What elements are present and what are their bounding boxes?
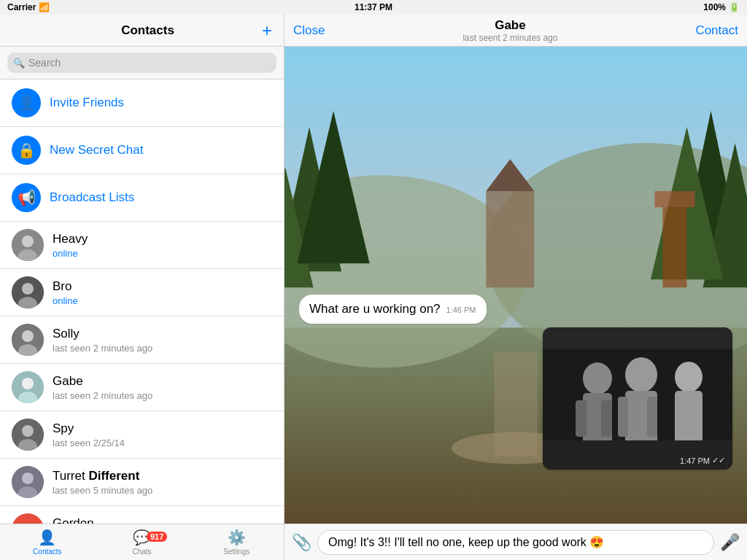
contacts-title: Contacts: [34, 23, 262, 38]
svg-rect-48: [543, 440, 732, 470]
photo-image: [543, 327, 732, 470]
chats-tab-label: Chats: [132, 548, 151, 556]
contact-name-turret: Turret Different: [53, 469, 272, 483]
contact-status-gabe: last seen 2 minutes ago: [53, 390, 272, 401]
carrier-info: Carrier 📶: [7, 2, 50, 12]
close-button[interactable]: Close: [293, 23, 325, 38]
contact-item-turret[interactable]: Turret Different last seen 5 minutes ago: [0, 459, 284, 506]
avatar-turret: [12, 466, 44, 498]
battery-icon: 🔋: [729, 2, 740, 12]
contacts-header: Contacts +: [0, 15, 284, 47]
tab-bar: 👤 Contacts 💬 Chats 917 ⚙️ Settings: [0, 524, 284, 560]
contact-name-bro: Bro: [53, 279, 272, 294]
broadcast-lists-item[interactable]: 📢 Broadcast Lists: [0, 174, 284, 222]
new-secret-chat-item[interactable]: 🔒 New Secret Chat: [0, 127, 284, 174]
tab-contacts[interactable]: 👤 Contacts: [0, 529, 95, 556]
message-input[interactable]: [317, 530, 714, 555]
photo-content: 1:47 PM ✓✓: [543, 327, 732, 470]
tab-settings[interactable]: ⚙️ Settings: [189, 529, 284, 556]
svg-point-42: [625, 357, 657, 392]
contact-item-spy[interactable]: Spy last seen 2/25/14: [0, 411, 284, 459]
contact-status-turret: last seen 5 minutes ago: [53, 485, 272, 496]
contact-info-gordon: Gordon last seen 10/10/07: [53, 516, 272, 524]
chat-header: Close Gabe last seent 2 minutes ago Cont…: [285, 15, 747, 47]
search-container: 🔍 Search: [0, 47, 284, 79]
avatar-solly: [12, 324, 44, 356]
svg-point-38: [583, 362, 612, 394]
contact-name-spy: Spy: [53, 421, 272, 436]
search-bar[interactable]: 🔍 Search: [7, 52, 276, 73]
contact-info-gabe: Gabe last seen 2 minutes ago: [53, 374, 272, 401]
svg-rect-31: [486, 191, 534, 287]
main-layout: Contacts + 🔍 Search 👤 Invite Friends 🔒 N…: [0, 15, 747, 560]
invite-friends-label: Invite Friends: [50, 96, 124, 110]
message-incoming: What are u working on? 1:46 PM: [299, 295, 487, 324]
mic-button[interactable]: 🎤: [720, 533, 740, 552]
carrier-label: Carrier: [7, 2, 36, 12]
contact-info-solly: Solly last seen 2 minutes ago: [53, 327, 272, 354]
right-panel: Close Gabe last seent 2 minutes ago Cont…: [285, 15, 747, 560]
contact-status-heavy: online: [53, 248, 272, 259]
chat-status: last seent 2 minutes ago: [462, 33, 557, 43]
wifi-icon: 📶: [39, 2, 50, 12]
contact-name-heavy: Heavy: [53, 232, 272, 246]
chat-header-info: Gabe last seent 2 minutes ago: [462, 18, 557, 43]
chats-badge: 917: [147, 532, 167, 542]
avatar-gordon: G: [12, 513, 44, 524]
contacts-tab-icon: 👤: [38, 529, 56, 546]
contact-item-bro[interactable]: Bro online: [0, 269, 284, 316]
svg-point-1: [22, 236, 34, 247]
contact-item-heavy[interactable]: Heavy online: [0, 222, 284, 269]
tab-chats[interactable]: 💬 Chats 917: [95, 529, 190, 556]
svg-point-46: [675, 362, 703, 392]
contact-status-solly: last seen 2 minutes ago: [53, 343, 272, 354]
photo-time-overlay: 1:47 PM ✓✓: [680, 456, 725, 465]
avatar-spy: [12, 419, 44, 451]
contact-name-solly: Solly: [53, 327, 272, 341]
settings-tab-label: Settings: [223, 548, 249, 556]
secret-chat-icon: 🔒: [12, 136, 41, 165]
avatar-heavy: [12, 229, 44, 261]
contact-info-spy: Spy last seen 2/25/14: [53, 421, 272, 448]
contact-info-heavy: Heavy online: [53, 232, 272, 259]
contact-status-bro: online: [53, 295, 272, 306]
svg-rect-36: [654, 191, 694, 207]
contact-info-turret: Turret Different last seen 5 minutes ago: [53, 469, 272, 496]
contact-status-spy: last seen 2/25/14: [53, 438, 272, 448]
svg-point-10: [22, 378, 34, 389]
photo-message: 1:47 PM ✓✓: [543, 327, 732, 470]
status-bar: Carrier 📶 11:37 PM 100% 🔋: [0, 0, 747, 15]
svg-rect-45: [647, 397, 657, 437]
contact-list: 👤 Invite Friends 🔒 New Secret Chat 📢 Bro…: [0, 79, 284, 524]
battery-info: 100% 🔋: [703, 2, 740, 12]
battery-label: 100%: [703, 2, 726, 12]
contact-button[interactable]: Contact: [695, 23, 738, 38]
svg-rect-40: [576, 400, 587, 437]
photo-time: 1:47 PM: [680, 456, 710, 465]
contact-item-solly[interactable]: Solly last seen 2 minutes ago: [0, 316, 284, 364]
contact-item-gordon[interactable]: G Gordon last seen 10/10/07: [0, 506, 284, 524]
invite-friends-item[interactable]: 👤 Invite Friends: [0, 79, 284, 127]
invite-friends-icon: 👤: [12, 88, 41, 117]
svg-point-7: [22, 330, 34, 342]
svg-point-13: [22, 425, 34, 437]
svg-rect-44: [618, 397, 628, 437]
add-contact-button[interactable]: +: [262, 20, 272, 41]
avatar-gabe: [12, 371, 44, 403]
contacts-tab-label: Contacts: [33, 548, 61, 556]
svg-rect-35: [662, 207, 686, 287]
status-time: 11:37 PM: [355, 2, 392, 12]
chat-area: What are u working on? 1:46 PM: [285, 47, 747, 524]
search-icon: 🔍: [13, 58, 25, 69]
message-text: What are u working on?: [309, 302, 441, 316]
contact-item-gabe[interactable]: Gabe last seen 2 minutes ago: [0, 364, 284, 411]
search-placeholder: Search: [28, 57, 61, 69]
input-bar: 📎 🎤: [285, 524, 747, 560]
chat-name: Gabe: [462, 18, 557, 33]
broadcast-icon: 📢: [12, 183, 41, 212]
settings-tab-icon: ⚙️: [228, 529, 246, 546]
attach-button[interactable]: 📎: [292, 533, 311, 552]
message-time: 1:46 PM: [446, 306, 476, 314]
svg-rect-41: [601, 400, 612, 437]
svg-point-4: [22, 283, 34, 295]
